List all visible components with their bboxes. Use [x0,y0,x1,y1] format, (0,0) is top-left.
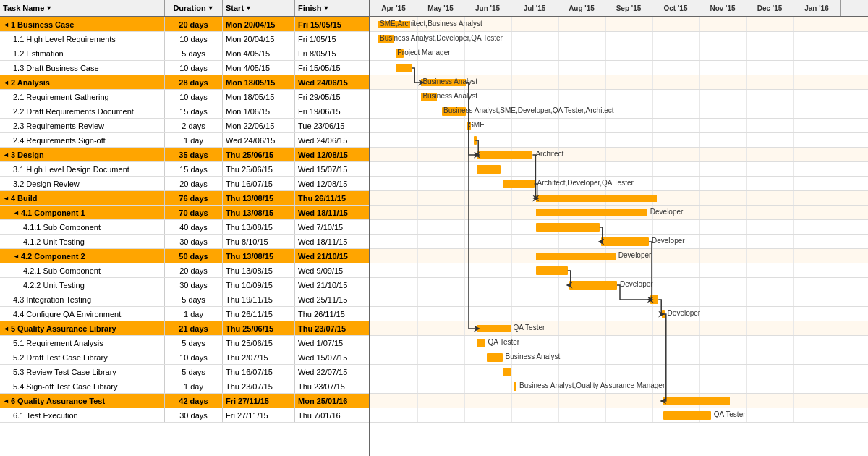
grid-line [746,191,747,205]
bar-label: Developer [668,309,701,317]
gantt-row: Architect,Developer,QA Tester [370,177,868,191]
grid-line [558,32,559,46]
collapse-icon[interactable]: ◄ [3,21,9,28]
grid-line [793,292,794,306]
gantt-row: Developer [370,278,868,292]
grid-line [605,394,606,408]
grid-line [464,263,465,277]
finish-sort-icon[interactable]: ▼ [323,4,329,12]
start-cell: Mon 1/06/15 [223,104,295,118]
collapse-icon[interactable]: ◄ [13,209,20,216]
table-row: 5.2 Draft Test Case Library10 daysThu 2/… [0,350,369,365]
th-duration[interactable]: Duration ▼ [165,0,223,16]
task-name-cell: 5.1 Requirement Analysis [0,336,165,350]
duration-cell: 10 days [165,61,223,75]
duration-sort-icon[interactable]: ▼ [208,4,214,12]
finish-cell: Thu 23/07/15 [295,321,367,335]
duration-cell: 10 days [165,350,223,364]
th-start[interactable]: Start ▼ [223,0,295,16]
grid-line [511,133,512,147]
task-name-text: 2.3 Requirements Review [13,122,104,130]
bar-label: Business Analyst,Developer,QA Tester [380,34,503,42]
grid-line [464,394,465,408]
month-label: Jan '16 [793,0,841,16]
grid-line [511,394,512,408]
th-task-label: Task Name [3,4,44,12]
finish-cell: Thu 23/07/15 [295,379,367,393]
grid-line [605,133,606,147]
start-cell: Wed 24/06/15 [223,133,295,147]
grid-line [793,46,794,60]
gantt-row: SME,Architect,Business Analyst [370,17,868,32]
grid-line [558,46,559,60]
grid-line [746,350,747,364]
task-name-text: 1.2 Estimation [13,49,64,58]
grid-line [605,32,606,46]
finish-cell: Mon 25/01/16 [295,394,367,408]
grid-line [605,119,606,132]
grid-line [793,408,794,422]
duration-cell: 42 days [165,394,223,408]
finish-cell: Wed 7/10/15 [295,220,367,234]
task-name-cell: 2.4 Requirements Sign-off [0,133,165,147]
collapse-icon[interactable]: ◄ [3,397,9,405]
bar-label: Business Analyst,Quality Assurance Manag… [519,381,665,389]
collapse-icon[interactable]: ◄ [3,325,9,332]
collapse-icon[interactable]: ◄ [13,253,20,260]
grid-line [793,148,794,161]
grid-line [511,75,512,89]
task-name-cell: 4.2.1 Sub Component [0,263,165,277]
gantt-row [370,292,868,307]
gantt-bar [514,382,516,391]
start-cell: Thu 13/08/15 [223,191,295,205]
grid-line [558,133,559,147]
th-finish[interactable]: Finish ▼ [295,0,367,16]
task-sort-icon[interactable]: ▼ [46,4,52,12]
grid-line [558,292,559,306]
grid-line [699,32,700,46]
gantt-row: Business Analyst [370,75,868,90]
grid-line [464,321,465,335]
grid-line [605,350,606,364]
start-sort-icon[interactable]: ▼ [245,4,252,12]
collapse-icon[interactable]: ◄ [3,195,9,202]
gantt-row: Business Analyst,SME,Developer,QA Tester… [370,104,868,119]
finish-cell: Wed 18/11/15 [295,235,367,248]
grid-line [793,162,794,176]
finish-cell: Fri 15/05/15 [295,61,367,75]
gantt-bar [503,368,511,376]
collapse-icon[interactable]: ◄ [3,79,9,86]
th-task-name[interactable]: Task Name ▼ [0,0,165,16]
table-row: ◄1 Business Case20 daysMon 20/04/15Fri 1… [0,17,369,32]
grid-line [417,365,418,379]
grid-line [793,365,794,379]
duration-cell: 5 days [165,46,223,60]
grid-line [699,133,700,147]
bar-label: SME,Architect,Business Analyst [380,20,482,28]
gantt-row [370,220,868,235]
table-row: 1.3 Draft Business Case10 daysMon 4/05/1… [0,61,369,75]
start-cell: Thu 26/11/15 [223,307,295,321]
gantt-bar [536,253,616,260]
grid-line [511,162,512,176]
grid-line [558,278,559,292]
table-row: ◄2 Analysis28 daysMon 18/05/15Wed 24/06/… [0,75,369,90]
grid-line [652,133,653,147]
grid-line [746,249,747,263]
task-name-cell: 1.3 Draft Business Case [0,61,165,75]
task-name-cell: ◄1 Business Case [0,17,165,31]
gantt-row: Project Manager [370,46,868,61]
task-name-text: 4.2.1 Sub Component [23,266,101,275]
grid-line [746,46,747,60]
gantt-bar [487,353,503,362]
grid-line [558,162,559,176]
grid-line [558,365,559,379]
collapse-icon[interactable]: ◄ [3,151,9,159]
task-name-cell: 3.1 High Level Design Document [0,162,165,176]
finish-cell: Wed 12/08/15 [295,177,367,190]
finish-cell: Wed 15/07/15 [295,162,367,176]
grid-line [746,90,747,104]
start-cell: Thu 13/08/15 [223,249,295,263]
start-cell: Thu 2/07/15 [223,350,295,364]
task-name-text: 5.4 Sign-off Test Case Library [13,382,118,391]
